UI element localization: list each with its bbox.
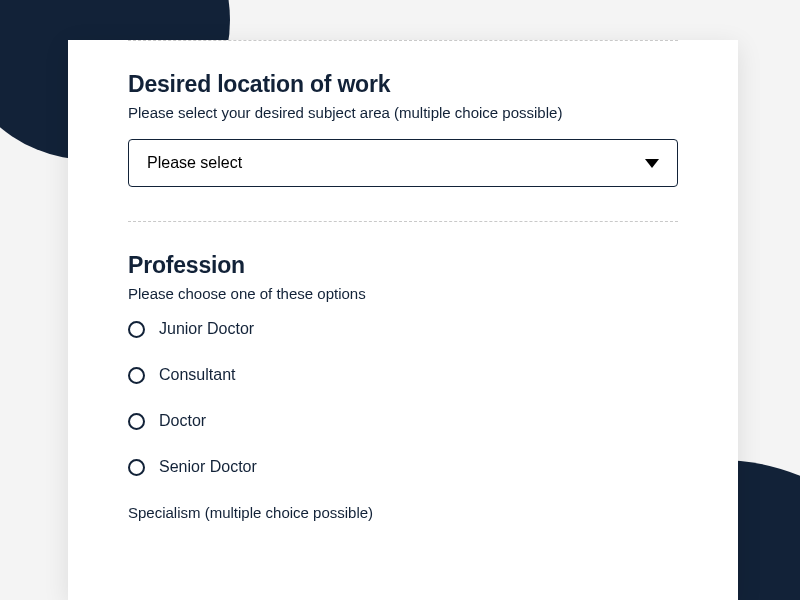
profession-section: Profession Please choose one of these op… bbox=[128, 222, 678, 555]
radio-icon bbox=[128, 367, 145, 384]
radio-icon bbox=[128, 321, 145, 338]
form-card: Desired location of work Please select y… bbox=[68, 40, 738, 600]
profession-help: Please choose one of these options bbox=[128, 285, 678, 302]
location-title: Desired location of work bbox=[128, 71, 678, 98]
location-help: Please select your desired subject area … bbox=[128, 104, 678, 121]
radio-option[interactable]: Doctor bbox=[128, 412, 678, 430]
radio-icon bbox=[128, 413, 145, 430]
radio-label: Junior Doctor bbox=[159, 320, 254, 338]
profession-radio-group: Junior Doctor Consultant Doctor Senior D… bbox=[128, 320, 678, 476]
radio-icon bbox=[128, 459, 145, 476]
specialism-label: Specialism (multiple choice possible) bbox=[128, 504, 678, 521]
location-section: Desired location of work Please select y… bbox=[128, 41, 678, 221]
radio-option[interactable]: Senior Doctor bbox=[128, 458, 678, 476]
radio-option[interactable]: Junior Doctor bbox=[128, 320, 678, 338]
profession-title: Profession bbox=[128, 252, 678, 279]
radio-label: Doctor bbox=[159, 412, 206, 430]
radio-label: Consultant bbox=[159, 366, 236, 384]
chevron-down-icon bbox=[645, 159, 659, 168]
radio-option[interactable]: Consultant bbox=[128, 366, 678, 384]
location-select[interactable]: Please select bbox=[128, 139, 678, 187]
radio-label: Senior Doctor bbox=[159, 458, 257, 476]
location-select-placeholder: Please select bbox=[147, 154, 242, 172]
location-select-wrap: Please select bbox=[128, 139, 678, 187]
